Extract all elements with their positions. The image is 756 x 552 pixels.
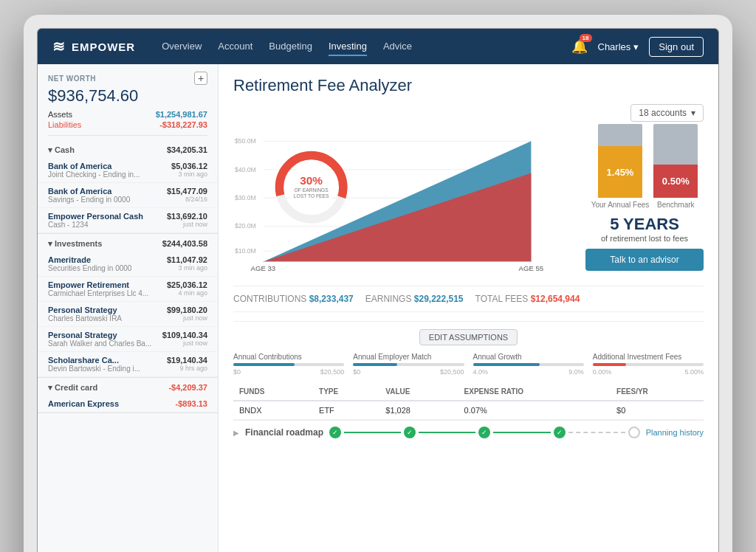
credit-card-group-header[interactable]: ▾ Credit card -$4,209.37 [38, 378, 218, 396]
svg-text:LOST TO FEES: LOST TO FEES [294, 193, 329, 199]
list-item[interactable]: Bank of America Savings - Ending in 0000… [38, 183, 218, 208]
roadmap-dot-3: ✓ [478, 427, 490, 438]
svg-text:30%: 30% [300, 174, 323, 187]
assets-value: $1,254,981.67 [156, 110, 207, 119]
assumptions-section: EDIT ASSUMPTIONS Annual Contributions $0… [233, 321, 704, 376]
svg-text:AGE 55: AGE 55 [519, 264, 544, 272]
planning-history-link[interactable]: Planning history [646, 428, 704, 437]
list-item[interactable]: Personal StrategySarah Walker and Charle… [38, 327, 218, 352]
net-worth-value: $936,754.60 [48, 86, 207, 106]
years-num: 5 YEARS [601, 215, 688, 234]
your-fees-bar-col: 1.45% Your Annual Fees [591, 124, 650, 209]
assets-label: Assets [48, 110, 72, 119]
svg-text:$40.0M: $40.0M [235, 166, 256, 173]
list-item[interactable]: Empower Personal Cash Cash - 1234 $13,69… [38, 208, 218, 233]
notification-badge: 18 [580, 34, 592, 42]
sliders-row: Annual Contributions $0 $20,500 Annual E… [233, 353, 704, 376]
investments-group-header[interactable]: ▾ Investments $244,403.58 [38, 234, 218, 252]
svg-text:$10.0M: $10.0M [235, 247, 256, 255]
col-fees: FEES/YR [611, 383, 704, 401]
add-account-button[interactable]: + [194, 72, 207, 85]
earnings-value: $29,222,515 [414, 294, 464, 304]
net-worth-label: NET WORTH [48, 75, 96, 83]
nav-account[interactable]: Account [218, 38, 252, 56]
benchmark-value: 0.50% [662, 176, 690, 187]
financial-roadmap-row: ▶ Financial roadmap ✓ ✓ ✓ ✓ Planning his… [233, 420, 704, 444]
benchmark-bar: 0.50% [653, 124, 698, 198]
logo: ≋ EMPOWER [52, 38, 135, 55]
table-row[interactable]: BNDX ETF $1,028 0.07% $0 [233, 401, 704, 420]
sign-out-button[interactable]: Sign out [649, 37, 704, 57]
benchmark-label: Benchmark [657, 201, 695, 209]
liabilities-value: -$318,227.93 [159, 120, 207, 129]
credit-card-group: ▾ Credit card -$4,209.37 American Expres… [38, 378, 218, 413]
list-item[interactable]: Bank of America Joint Checking - Ending … [38, 158, 218, 183]
list-item[interactable]: Scholarshare Ca...Devin Bartowski - Endi… [38, 352, 218, 377]
roadmap-dot-empty [628, 427, 640, 438]
notification-button[interactable]: 🔔 18 [571, 38, 588, 55]
nav-budgeting[interactable]: Budgeting [269, 38, 312, 56]
nav-overview[interactable]: Overview [162, 38, 202, 56]
years-badge: 5 YEARS of retirement lost to fees [601, 215, 688, 243]
svg-text:$50.0M: $50.0M [235, 137, 256, 145]
annual-contributions-slider: Annual Contributions $0 $20,500 [233, 353, 344, 376]
svg-text:OF EARNINGS: OF EARNINGS [294, 187, 329, 193]
contributions-value: $8,233,437 [309, 294, 354, 304]
advisor-button[interactable]: Talk to an advisor [585, 249, 704, 271]
annual-growth-slider: Annual Growth 4.0% 9.0% [473, 353, 584, 376]
benchmark-bar-col: 0.50% Benchmark [653, 124, 698, 209]
liabilities-label: Liabilities [48, 120, 81, 129]
chart-side-panel: 1.45% Your Annual Fees 0.50% [585, 128, 704, 274]
logo-icon: ≋ [52, 38, 66, 55]
your-fees-label: Your Annual Fees [591, 201, 650, 209]
list-item[interactable]: Personal StrategyCharles Bartowski IRA $… [38, 302, 218, 327]
user-menu[interactable]: Charles ▾ [598, 41, 639, 52]
nav-investing[interactable]: Investing [329, 38, 367, 56]
fee-chart: $50.0M $40.0M $30.0M $20.0M $10.0M [233, 128, 574, 275]
list-item[interactable]: Empower RetirementCarmichael Enterprises… [38, 277, 218, 302]
svg-text:AGE 33: AGE 33 [251, 264, 276, 272]
list-item[interactable]: AmeritradeSecurities Ending in 0000 $11,… [38, 252, 218, 277]
chart-container: $50.0M $40.0M $30.0M $20.0M $10.0M [233, 128, 704, 275]
earnings-stat: EARNINGS $29,222,515 [365, 294, 464, 304]
col-expense: EXPENSE RATIO [458, 383, 611, 401]
nav-bar: ≋ EMPOWER Overview Account Budgeting Inv… [38, 29, 718, 64]
page-title: Retirement Fee Analyzer [233, 76, 704, 95]
list-item[interactable]: American Express -$893.13 [38, 396, 218, 413]
col-type: TYPE [313, 383, 379, 401]
col-value: VALUE [379, 383, 458, 401]
funds-table: FUNDS TYPE VALUE EXPENSE RATIO FEES/YR B… [233, 383, 704, 420]
roadmap-dot-4: ✓ [554, 427, 566, 438]
cash-group-header[interactable]: ▾ Cash $34,205.31 [38, 140, 218, 158]
your-fees-value: 1.45% [607, 167, 634, 178]
total-fees-value: $12,654,944 [531, 294, 580, 304]
svg-text:$20.0M: $20.0M [235, 222, 256, 230]
roadmap-label[interactable]: Financial roadmap [245, 427, 323, 438]
cash-group: ▾ Cash $34,205.31 Bank of America Joint … [38, 140, 218, 234]
investment-fees-slider: Additional Investment Fees 0.00% 5.00% [593, 353, 704, 376]
nav-advice[interactable]: Advice [383, 38, 412, 56]
roadmap-dot-1: ✓ [329, 427, 341, 438]
logo-text: EMPOWER [72, 41, 135, 53]
edit-assumptions-button[interactable]: EDIT ASSUMPTIONS [419, 329, 518, 345]
chevron-down-icon: ▾ [633, 41, 639, 52]
employer-match-slider: Annual Employer Match $0 $20,500 [353, 353, 464, 376]
svg-text:$30.0M: $30.0M [235, 194, 256, 201]
chevron-down-icon: ▾ [691, 108, 695, 118]
user-name: Charles [598, 41, 631, 52]
bar-comparison: 1.45% Your Annual Fees 0.50% [591, 128, 698, 209]
roadmap-progress: ✓ ✓ ✓ ✓ [329, 427, 640, 438]
nav-links: Overview Account Budgeting Investing Adv… [162, 38, 553, 56]
investments-group: ▾ Investments $244,403.58 AmeritradeSecu… [38, 234, 218, 378]
nav-right: 🔔 18 Charles ▾ Sign out [571, 37, 704, 57]
years-label: of retirement lost to fees [601, 234, 688, 243]
stats-row: CONTRIBUTIONS $8,233,437 EARNINGS $29,22… [233, 286, 704, 312]
accounts-button[interactable]: 18 accounts ▾ [630, 104, 704, 122]
contributions-stat: CONTRIBUTIONS $8,233,437 [233, 294, 354, 304]
sidebar: NET WORTH + $936,754.60 Assets $1,254,98… [38, 64, 219, 552]
your-fees-bar: 1.45% [598, 124, 642, 198]
total-fees-stat: TOTAL FEES $12,654,944 [475, 294, 580, 304]
chevron-right-icon: ▶ [233, 429, 239, 437]
area-chart-svg: $50.0M $40.0M $30.0M $20.0M $10.0M [233, 128, 574, 275]
accounts-selector: 18 accounts ▾ [233, 104, 704, 122]
